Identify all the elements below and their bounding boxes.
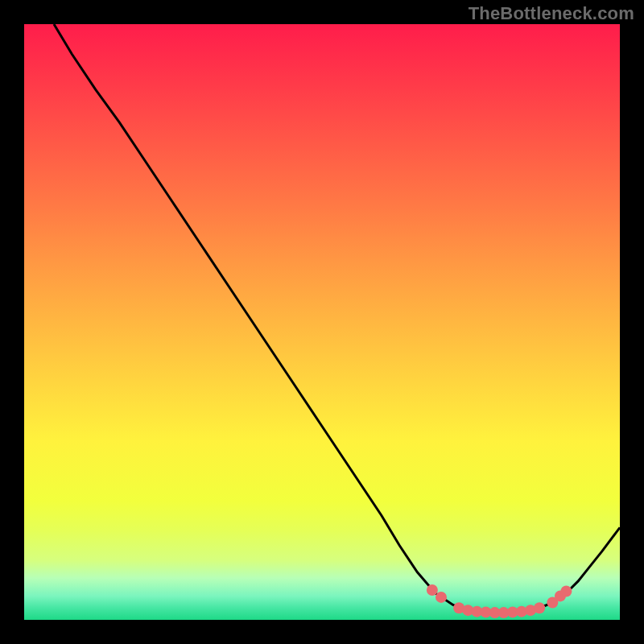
data-point xyxy=(436,592,447,603)
plot-area xyxy=(24,24,620,620)
data-point xyxy=(560,585,572,597)
chart-container: TheBottleneck.com xyxy=(0,0,644,644)
attribution-label: TheBottleneck.com xyxy=(469,3,634,24)
data-point xyxy=(427,584,438,596)
chart-svg xyxy=(24,24,620,620)
data-point xyxy=(534,602,545,613)
